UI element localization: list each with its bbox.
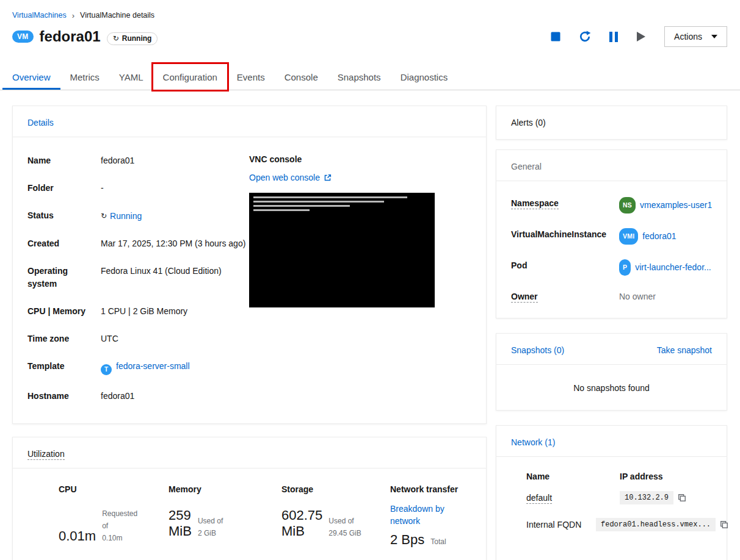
internal-fqdn-label: Internal FQDN: [526, 520, 596, 529]
details-row-folder: Folder -: [27, 182, 249, 195]
details-row-status: Status ↻ Running: [27, 209, 249, 223]
vm-action-toolbar: Actions: [551, 26, 727, 47]
console-text-line: [253, 209, 310, 211]
general-row-vmi: VirtualMachineInstance VMI fedora01: [511, 228, 712, 245]
network-col-name: Name: [526, 472, 620, 481]
stop-icon: [551, 32, 560, 41]
tab-yaml[interactable]: YAML: [109, 64, 153, 90]
network-name-link[interactable]: default: [526, 493, 552, 504]
details-value-cpu-memory: 1 CPU | 2 GiB Memory: [101, 305, 249, 318]
namespace-label[interactable]: Namespace: [511, 198, 559, 209]
metric-cpu-value: 0.01m: [59, 528, 96, 544]
details-label-name: Name: [27, 154, 101, 167]
network-table-header: Name IP address: [511, 472, 712, 481]
template-link[interactable]: fedora-server-small: [116, 361, 190, 371]
vnc-console-thumbnail[interactable]: [249, 193, 435, 307]
breadcrumb: VirtualMachines › VirtualMachine details: [0, 0, 740, 20]
details-label-timezone: Time zone: [27, 332, 101, 345]
sync-icon: ↻: [113, 34, 119, 43]
tab-configuration[interactable]: Configuration: [153, 64, 227, 90]
actions-menu-button[interactable]: Actions: [664, 26, 727, 47]
template-resource-badge: T: [101, 364, 112, 375]
namespace-link[interactable]: vmexamples-user1: [640, 199, 712, 212]
general-row-owner: Owner No owner: [511, 290, 712, 303]
details-label-status: Status: [27, 209, 101, 223]
metric-network-value: 2 Bps: [390, 532, 424, 548]
internal-fqdn-row: Internal FQDN fedora01.headless.vmex...: [511, 518, 712, 531]
vmi-link[interactable]: fedora01: [642, 230, 676, 243]
copy-icon: [720, 520, 728, 529]
tab-configuration-label: Configuration: [163, 72, 217, 82]
details-label-template: Template: [27, 360, 101, 375]
metric-memory-title: Memory: [169, 484, 281, 494]
metric-memory-sub: Used of: [198, 515, 223, 527]
vm-status-pill-label: Running: [122, 34, 152, 43]
start-vm-button[interactable]: [636, 31, 646, 42]
copy-fqdn-button[interactable]: [720, 520, 728, 529]
open-web-console-link[interactable]: Open web console: [249, 173, 320, 182]
pause-vm-button[interactable]: [609, 32, 618, 42]
stop-vm-button[interactable]: [551, 32, 560, 41]
vm-status-pill[interactable]: ↻ Running: [107, 32, 158, 45]
details-card: Details Name fedora01 Folder -: [12, 106, 487, 424]
metric-storage: Storage 602.75 MiB Used of 29.45 GiB: [281, 484, 390, 548]
tab-events[interactable]: Events: [227, 64, 275, 90]
metric-memory-value: 259: [169, 508, 192, 523]
general-row-pod: Pod P virt-launcher-fedor...: [511, 259, 712, 276]
metric-storage-value: 602.75: [281, 508, 322, 523]
metric-storage-sub: 29.45 GiB: [328, 527, 361, 539]
tab-yaml-label: YAML: [119, 72, 143, 82]
metric-network-title: Network transfer: [390, 484, 471, 494]
general-rows: Namespace NS vmexamples-user1 VirtualMac…: [496, 181, 727, 303]
page-title: fedora01: [40, 28, 101, 45]
metric-memory-sub: 2 GiB: [198, 527, 223, 539]
details-value-name: fedora01: [101, 154, 249, 167]
metric-cpu-sub: of: [102, 520, 137, 532]
breadcrumb-link-virtualmachines[interactable]: VirtualMachines: [12, 11, 67, 20]
overview-content: Details Name fedora01 Folder -: [0, 106, 740, 560]
network-card: Network (1) Name IP address default 10.1…: [496, 425, 727, 560]
utilization-card-header: Utilization: [13, 437, 486, 468]
details-description-list: Name fedora01 Folder - Status ↻: [27, 154, 249, 417]
tab-snapshots[interactable]: Snapshots: [328, 64, 391, 90]
tab-bar: Overview Metrics YAML Configuration Even…: [0, 64, 740, 90]
utilization-title[interactable]: Utilization: [27, 449, 65, 460]
owner-label[interactable]: Owner: [511, 292, 538, 303]
copy-ip-button[interactable]: [678, 494, 686, 502]
details-row-timezone: Time zone UTC: [27, 332, 249, 345]
details-row-created: Created Mar 17, 2025, 12:30 PM (3 hours …: [27, 237, 249, 250]
namespace-resource-badge: NS: [619, 197, 636, 214]
details-label-cpu-memory: CPU | Memory: [27, 305, 101, 318]
network-body: Name IP address default 10.132.2.9: [496, 457, 727, 560]
restart-vm-button[interactable]: [579, 31, 591, 43]
metric-network-transfer: Network transfer Breakdown by network 2 …: [390, 484, 471, 548]
general-row-namespace: Namespace NS vmexamples-user1: [511, 197, 712, 214]
network-title-link[interactable]: Network (1): [511, 437, 555, 447]
details-label-created: Created: [27, 237, 101, 250]
tab-diagnostics[interactable]: Diagnostics: [391, 64, 458, 90]
metric-memory-unit: MiB: [169, 523, 192, 539]
breakdown-by-network-link[interactable]: Breakdown by network: [390, 503, 459, 527]
metric-storage-unit: MiB: [281, 523, 322, 539]
pod-label: Pod: [511, 259, 619, 276]
snapshots-title-link[interactable]: Snapshots (0): [511, 345, 564, 355]
vmi-resource-badge: VMI: [619, 228, 638, 245]
details-row-name: Name fedora01: [27, 154, 249, 167]
details-title-link[interactable]: Details: [27, 118, 54, 127]
alerts-card[interactable]: Alerts (0): [496, 106, 727, 140]
metric-cpu-sub: 0.10m: [102, 532, 137, 544]
alerts-title: Alerts (0): [511, 118, 546, 127]
take-snapshot-link[interactable]: Take snapshot: [657, 345, 712, 355]
breadcrumb-current: VirtualMachine details: [80, 11, 154, 20]
pod-link[interactable]: virt-launcher-fedor...: [635, 261, 711, 274]
network-col-ip: IP address: [620, 472, 663, 481]
tab-overview[interactable]: Overview: [2, 64, 60, 90]
metric-memory: Memory 259 MiB Used of 2 GiB: [169, 484, 281, 548]
vm-details-page: VirtualMachines › VirtualMachine details…: [0, 0, 740, 560]
tab-overview-label: Overview: [12, 72, 51, 82]
status-running-link[interactable]: Running: [110, 210, 142, 223]
details-row-cpu-memory: CPU | Memory 1 CPU | 2 GiB Memory: [27, 305, 249, 318]
tab-console[interactable]: Console: [275, 64, 328, 90]
snapshots-empty-state: No snapshots found: [496, 365, 727, 410]
tab-metrics[interactable]: Metrics: [60, 64, 109, 90]
